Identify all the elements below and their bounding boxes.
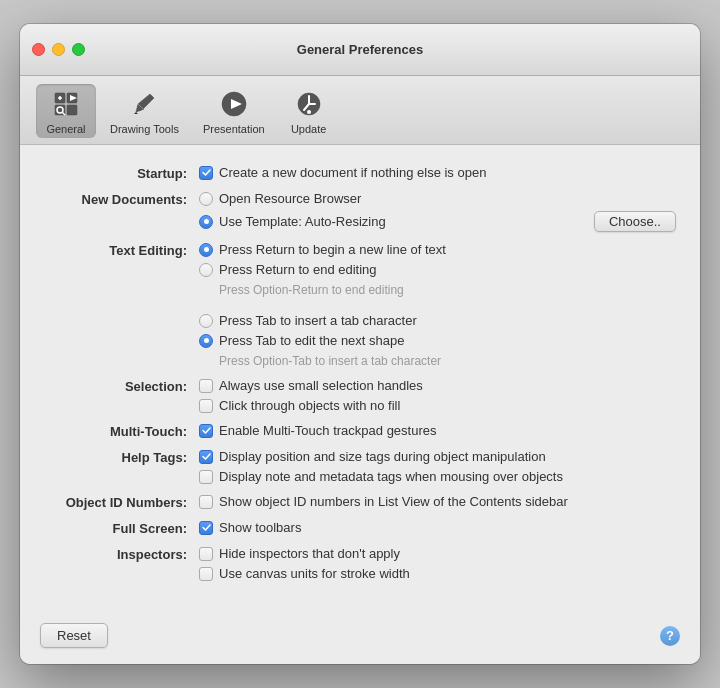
- startup-create-new-checkbox[interactable]: [199, 166, 213, 180]
- new-docs-open-resource-label: Open Resource Browser: [219, 191, 361, 206]
- toolbar-general-label: General: [46, 123, 85, 135]
- new-documents-row: New Documents: Open Resource Browser Use…: [44, 191, 676, 232]
- toolbar-presentation[interactable]: Presentation: [193, 84, 275, 138]
- full-screen-show-toolbars-checkbox[interactable]: [199, 521, 213, 535]
- inspectors-controls: Hide inspectors that don't apply Use can…: [199, 546, 676, 581]
- toolbar-drawing-tools-label: Drawing Tools: [110, 123, 179, 135]
- text-editing-return-end-radio[interactable]: [199, 263, 213, 277]
- full-screen-row: Full Screen: Show toolbars: [44, 520, 676, 536]
- close-button[interactable]: [32, 43, 45, 56]
- multi-touch-enable-checkbox[interactable]: [199, 424, 213, 438]
- selection-click-through-checkbox[interactable]: [199, 399, 213, 413]
- traffic-lights: [32, 43, 85, 56]
- startup-create-new-label: Create a new document if nothing else is…: [219, 165, 486, 180]
- help-tags-label: Help Tags:: [44, 449, 199, 465]
- text-editing-tab-insert-row: Press Tab to insert a tab character: [199, 313, 676, 328]
- object-id-row: Object ID Numbers: Show object ID number…: [44, 494, 676, 510]
- inspectors-canvas-units-label: Use canvas units for stroke width: [219, 566, 410, 581]
- multi-touch-row: Multi-Touch: Enable Multi-Touch trackpad…: [44, 423, 676, 439]
- startup-row: Startup: Create a new document if nothin…: [44, 165, 676, 181]
- svg-rect-3: [67, 105, 77, 115]
- help-tags-display-note-checkbox[interactable]: [199, 470, 213, 484]
- footer: Reset ?: [20, 611, 700, 664]
- multi-touch-label: Multi-Touch:: [44, 423, 199, 439]
- inspectors-canvas-units-checkbox[interactable]: [199, 567, 213, 581]
- text-editing-return-end-label: Press Return to end editing: [219, 262, 377, 277]
- object-id-show-row: Show object ID numbers in List View of t…: [199, 494, 676, 509]
- help-tags-display-position-label: Display position and size tags during ob…: [219, 449, 546, 464]
- inspectors-row: Inspectors: Hide inspectors that don't a…: [44, 546, 676, 581]
- new-docs-open-resource-row: Open Resource Browser: [199, 191, 676, 206]
- inspectors-hide-label: Hide inspectors that don't apply: [219, 546, 400, 561]
- new-documents-label: New Documents:: [44, 191, 199, 207]
- toolbar-update[interactable]: Update: [279, 84, 339, 138]
- text-editing-tab-insert-label: Press Tab to insert a tab character: [219, 313, 417, 328]
- reset-button[interactable]: Reset: [40, 623, 108, 648]
- multi-touch-enable-label: Enable Multi-Touch trackpad gestures: [219, 423, 437, 438]
- startup-controls: Create a new document if nothing else is…: [199, 165, 676, 180]
- selection-small-handles-label: Always use small selection handles: [219, 378, 423, 393]
- inspectors-canvas-units-row: Use canvas units for stroke width: [199, 566, 676, 581]
- startup-create-new-row: Create a new document if nothing else is…: [199, 165, 676, 180]
- text-editing-row: Text Editing: Press Return to begin a ne…: [44, 242, 676, 368]
- text-editing-tab-next-label: Press Tab to edit the next shape: [219, 333, 405, 348]
- preferences-content: Startup: Create a new document if nothin…: [20, 145, 700, 611]
- selection-small-handles-row: Always use small selection handles: [199, 378, 676, 393]
- full-screen-show-toolbars-label: Show toolbars: [219, 520, 301, 535]
- object-id-controls: Show object ID numbers in List View of t…: [199, 494, 676, 509]
- text-editing-controls: Press Return to begin a new line of text…: [199, 242, 676, 368]
- text-editing-tab-insert-radio[interactable]: [199, 314, 213, 328]
- object-id-label: Object ID Numbers:: [44, 494, 199, 510]
- choose-template-button[interactable]: Choose..: [594, 211, 676, 232]
- update-icon: [293, 88, 325, 120]
- minimize-button[interactable]: [52, 43, 65, 56]
- selection-label: Selection:: [44, 378, 199, 394]
- object-id-show-label: Show object ID numbers in List View of t…: [219, 494, 568, 509]
- titlebar: General Preferences: [20, 24, 700, 76]
- new-documents-controls: Open Resource Browser Use Template: Auto…: [199, 191, 676, 232]
- general-icon: [50, 88, 82, 120]
- help-tags-display-note-row: Display note and metadata tags when mous…: [199, 469, 676, 484]
- help-tags-display-position-row: Display position and size tags during ob…: [199, 449, 676, 464]
- new-docs-open-resource-radio[interactable]: [199, 192, 213, 206]
- toolbar-presentation-label: Presentation: [203, 123, 265, 135]
- new-docs-use-template-label: Use Template: Auto-Resizing: [219, 214, 386, 229]
- help-tags-display-position-checkbox[interactable]: [199, 450, 213, 464]
- selection-small-handles-checkbox[interactable]: [199, 379, 213, 393]
- window-title: General Preferences: [297, 42, 423, 57]
- help-tags-controls: Display position and size tags during ob…: [199, 449, 676, 484]
- text-editing-tab-hint: Press Option-Tab to insert a tab charact…: [199, 354, 676, 368]
- toolbar-general[interactable]: General: [36, 84, 96, 138]
- inspectors-label: Inspectors:: [44, 546, 199, 562]
- text-editing-return-end-row: Press Return to end editing: [199, 262, 676, 277]
- full-screen-controls: Show toolbars: [199, 520, 676, 535]
- selection-controls: Always use small selection handles Click…: [199, 378, 676, 413]
- new-docs-use-template-row: Use Template: Auto-Resizing Choose..: [199, 211, 676, 232]
- object-id-show-checkbox[interactable]: [199, 495, 213, 509]
- selection-click-through-row: Click through objects with no fill: [199, 398, 676, 413]
- help-button[interactable]: ?: [660, 626, 680, 646]
- maximize-button[interactable]: [72, 43, 85, 56]
- text-editing-return-new-label: Press Return to begin a new line of text: [219, 242, 446, 257]
- help-tags-display-note-label: Display note and metadata tags when mous…: [219, 469, 563, 484]
- full-screen-show-toolbars-row: Show toolbars: [199, 520, 676, 535]
- toolbar-update-label: Update: [291, 123, 326, 135]
- text-editing-tab-next-radio[interactable]: [199, 334, 213, 348]
- text-editing-return-new-radio[interactable]: [199, 243, 213, 257]
- help-tags-row: Help Tags: Display position and size tag…: [44, 449, 676, 484]
- presentation-icon: [218, 88, 250, 120]
- selection-click-through-label: Click through objects with no fill: [219, 398, 400, 413]
- preferences-window: General Preferences General: [20, 24, 700, 664]
- inspectors-hide-checkbox[interactable]: [199, 547, 213, 561]
- drawing-tools-icon: [128, 88, 160, 120]
- selection-row: Selection: Always use small selection ha…: [44, 378, 676, 413]
- multi-touch-controls: Enable Multi-Touch trackpad gestures: [199, 423, 676, 438]
- text-editing-tab-next-row: Press Tab to edit the next shape: [199, 333, 676, 348]
- toolbar: General Drawing Tools Presentation: [20, 76, 700, 145]
- text-editing-return-hint: Press Option-Return to end editing: [199, 283, 676, 297]
- text-editing-label: Text Editing:: [44, 242, 199, 258]
- new-docs-use-template-radio[interactable]: [199, 215, 213, 229]
- inspectors-hide-row: Hide inspectors that don't apply: [199, 546, 676, 561]
- toolbar-drawing-tools[interactable]: Drawing Tools: [100, 84, 189, 138]
- svg-point-12: [307, 110, 311, 114]
